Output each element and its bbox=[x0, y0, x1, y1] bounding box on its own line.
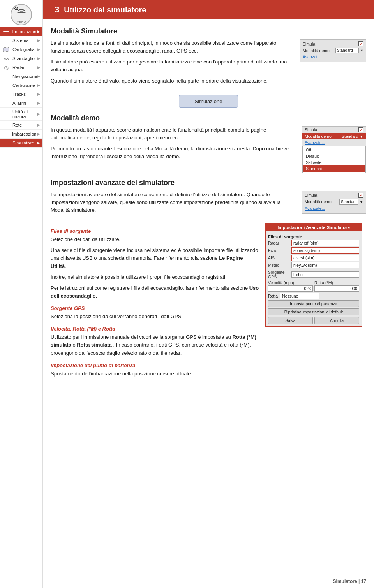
sidebar-item-rete[interactable]: Rete ▶ bbox=[0, 121, 42, 130]
demo-simula-checkbox: ✓ bbox=[358, 127, 363, 132]
advanced-btn-annulla[interactable]: Annulla bbox=[314, 317, 359, 324]
demo-modalita-value[interactable]: Standard bbox=[342, 134, 358, 139]
sidebar-item-rete-label: Rete bbox=[12, 123, 37, 127]
page-footer: Simulatore | 17 bbox=[333, 579, 366, 584]
carburante-arrow: ▶ bbox=[37, 83, 40, 87]
sidebar-item-sistema[interactable]: Sistema ▶ bbox=[0, 36, 42, 45]
unita-arrow: ▶ bbox=[37, 112, 40, 116]
sidebar-item-carburante-label: Carburante bbox=[12, 83, 37, 88]
logo-x2-label: x2 bbox=[14, 6, 18, 11]
avanzate-link-1[interactable]: Avanzate... bbox=[303, 55, 323, 59]
demo-modalita-row: Modalità demo Standard ▼ bbox=[302, 133, 366, 139]
sidebar-item-cartografia[interactable]: Cartografia ▶ bbox=[0, 45, 42, 54]
adv-small-panel: Simula ✓ Modalità demo Standard ▼ bbox=[302, 191, 366, 214]
impostazione-para: Spostamento dell'imbarcazione nella posi… bbox=[51, 370, 259, 378]
sidebar-item-unita-label: Unità di misura bbox=[12, 109, 37, 119]
adv-small-arrow: ▼ bbox=[360, 199, 363, 204]
rete-arrow: ▶ bbox=[37, 123, 40, 127]
rete-icon bbox=[3, 122, 11, 128]
advanced-btns-row: Salva Annulla bbox=[268, 317, 359, 324]
sidebar-item-scandaglio[interactable]: Scandaglio ▶ bbox=[0, 54, 42, 63]
demo-option-standard[interactable]: Standard bbox=[303, 165, 365, 172]
svg-rect-1 bbox=[3, 30, 9, 30]
advanced-ais-value[interactable]: ais.rsf (sim) bbox=[291, 255, 359, 261]
sidebar-item-tracks[interactable]: Tracks ▶ bbox=[0, 90, 42, 99]
impostazioni-icon bbox=[3, 29, 11, 34]
demo-option-saltwater[interactable]: Saltwater bbox=[303, 159, 365, 165]
demo-simula-label: Simula bbox=[305, 127, 317, 132]
demo-option-off[interactable]: Off bbox=[303, 147, 365, 153]
sidebar: x2 MENU Impostazioni bbox=[0, 0, 43, 588]
advanced-radar-value[interactable]: radar.rsf (sim) bbox=[291, 240, 359, 246]
svg-rect-2 bbox=[3, 31, 9, 32]
sidebar-item-simulatore[interactable]: Simulatore ▶ bbox=[0, 139, 42, 148]
advanced-btn-ripristina[interactable]: Ripristina impostazioni di default bbox=[268, 308, 359, 315]
gps-para: Seleziona la posizione da cui verranno g… bbox=[51, 313, 259, 320]
gps-section-label: Sorgente GPS bbox=[51, 305, 259, 311]
svg-rect-3 bbox=[3, 33, 9, 33]
advanced-rotta-item: Rotta (°M) 000 bbox=[314, 280, 359, 292]
impostazioni-arrow: ▶ bbox=[37, 30, 40, 33]
simula-row-2: Modalità demo Standard ▼ bbox=[303, 48, 363, 53]
content-area: Modalità Simulatore La simulazione indic… bbox=[43, 27, 374, 381]
demo-avanzate-link[interactable]: Avanzate... bbox=[305, 140, 325, 145]
files-para6: . bbox=[96, 293, 97, 299]
sistema-arrow: ▶ bbox=[37, 39, 40, 42]
adv-small-dropdown-value[interactable]: Standard bbox=[339, 199, 358, 205]
advanced-rotta-value[interactable]: 000 bbox=[314, 285, 359, 292]
sidebar-item-imbarcazioni[interactable]: Imbarcazioni ▶ bbox=[0, 130, 42, 139]
adv-small-simula-row: Simula ✓ bbox=[305, 193, 363, 198]
adv-small-avanzate-link[interactable]: Avanzate... bbox=[305, 206, 325, 211]
advanced-rotta-nessuno-value[interactable]: Nessuno bbox=[280, 293, 319, 299]
files-para2: Una serie di file di sorgente viene incl… bbox=[51, 246, 259, 270]
sidebar-item-navigazione[interactable]: Navigazione ▶ bbox=[0, 72, 42, 81]
simula-basic-panel: Simula ✓ Modalità demo Standard ▼ bbox=[300, 39, 366, 62]
radar-arrow: ▶ bbox=[37, 65, 40, 69]
chapter-title: Utilizzo del simulatore bbox=[64, 5, 146, 14]
imbarcazioni-arrow: ▶ bbox=[37, 132, 40, 136]
sidebar-item-carburante[interactable]: Carburante ▶ bbox=[0, 81, 42, 90]
simulatore-icon bbox=[3, 140, 11, 146]
chapter-number: 3 bbox=[55, 5, 59, 15]
avanzate-small-panel-wrap: Simula ✓ Modalità demo Standard ▼ bbox=[302, 191, 366, 214]
navigazione-arrow: ▶ bbox=[37, 74, 40, 78]
advanced-radar-label: Radar bbox=[268, 241, 291, 245]
logo-bottom-label: MENU bbox=[17, 20, 26, 23]
main-content: 3 Utilizzo del simulatore Modalità Simul… bbox=[43, 0, 374, 588]
sidebar-item-allarmi[interactable]: Allarmi ▶ bbox=[0, 99, 42, 108]
cartografia-arrow: ▶ bbox=[37, 48, 40, 51]
simulatore-text: La simulazione indica le fonti di dati p… bbox=[51, 39, 295, 88]
sidebar-item-impostazioni[interactable]: Impostazioni ▶ bbox=[0, 27, 42, 36]
sidebar-item-unita[interactable]: Unità di misura ▶ bbox=[0, 108, 42, 121]
velocita-para1-text: Utilizzato per l'immissione manuale dei … bbox=[51, 334, 231, 340]
scandaglio-icon bbox=[3, 56, 11, 61]
advanced-echo-value[interactable]: sonar.slg (sim) bbox=[291, 247, 359, 254]
simula-checkbox-1: ✓ bbox=[358, 41, 363, 46]
sim-button[interactable]: Simulazione bbox=[179, 95, 238, 108]
advanced-sorgente-value[interactable]: Echo bbox=[291, 271, 359, 278]
advanced-radar-field: Radar radar.rsf (sim) bbox=[268, 240, 359, 246]
radar-icon bbox=[3, 65, 11, 70]
demo-dropdown-list: Off Default Saltwater Standard bbox=[302, 146, 366, 173]
footer-separator: | bbox=[358, 579, 361, 584]
demo-option-default[interactable]: Default bbox=[303, 153, 365, 159]
sidebar-logo: x2 MENU bbox=[0, 0, 42, 27]
simula-row-1: Simula ✓ bbox=[303, 41, 363, 46]
velocita-bold2: Rotta simulata bbox=[77, 342, 112, 348]
section-modalita-simulatore: Modalità Simulatore La simulazione indic… bbox=[51, 27, 366, 108]
advanced-velocita-value[interactable]: 023 bbox=[268, 285, 313, 292]
avanzate-main-text: Files di sorgente Selezione dei dati da … bbox=[51, 223, 259, 381]
advanced-btn-imposta[interactable]: Imposta punto di partenza bbox=[268, 300, 359, 307]
sidebar-item-allarmi-label: Allarmi bbox=[12, 101, 37, 106]
files-para4: Inoltre, nel simulatore è possibile util… bbox=[51, 273, 259, 281]
modalita-dropdown-1[interactable]: Standard bbox=[335, 48, 359, 53]
demo-panel-wrap: Simula ✓ Modalità demo Standard ▼ bbox=[302, 126, 366, 173]
simulatore-para3: Quando il simulatore è attivato, questo … bbox=[51, 77, 295, 85]
avanzate-top-text: Le impostazioni avanzate del simulatore … bbox=[51, 191, 296, 217]
adv-small-avanzate-row: Avanzate... bbox=[305, 206, 363, 211]
carburante-icon bbox=[3, 83, 11, 88]
advanced-btn-salva[interactable]: Salva bbox=[268, 317, 313, 324]
sidebar-item-radar[interactable]: Radar ▶ bbox=[0, 63, 42, 72]
advanced-meteo-value[interactable]: riley.wx (sim) bbox=[291, 262, 359, 268]
advanced-sorgente-field: Sorgente GPS Echo bbox=[268, 270, 359, 279]
